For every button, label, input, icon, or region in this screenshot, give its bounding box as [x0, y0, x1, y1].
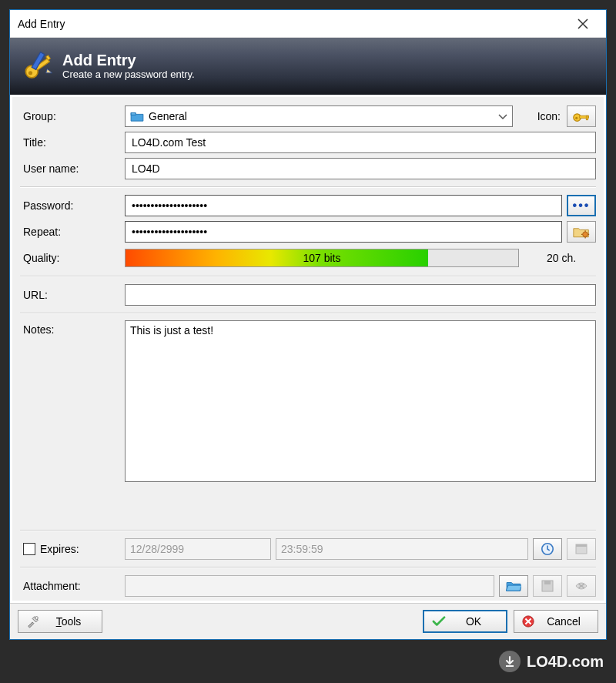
attachment-browse-button[interactable] — [499, 575, 528, 597]
separator-2 — [20, 273, 596, 280]
label-url: URL: — [20, 289, 120, 301]
row-quality: Quality: 107 bits 20 ch. — [20, 246, 596, 270]
separator-5 — [20, 564, 596, 571]
svg-rect-10 — [586, 116, 588, 120]
toggle-password-visibility-button[interactable]: ••• — [567, 195, 596, 216]
label-group: Group: — [20, 110, 120, 122]
disk-icon — [541, 580, 554, 592]
label-quality: Quality: — [20, 252, 120, 264]
row-url: URL: — [20, 283, 596, 306]
close-icon — [578, 18, 588, 29]
row-username: User name: — [20, 157, 596, 180]
key-icon — [573, 110, 590, 122]
row-repeat: Repeat: — [20, 220, 596, 243]
key-gear-icon — [573, 225, 590, 239]
close-button[interactable] — [567, 13, 598, 35]
separator-1 — [20, 183, 596, 191]
window-title: Add Entry — [18, 18, 567, 30]
notes-field[interactable] — [125, 320, 596, 482]
row-group: Group: General Icon: — [20, 105, 596, 128]
svg-rect-19 — [506, 665, 514, 667]
title-field[interactable] — [125, 132, 596, 153]
watermark: LO4D.com — [499, 651, 604, 672]
cancel-label: Cancel — [541, 615, 587, 628]
attachment-remove-button — [567, 575, 596, 597]
label-notes: Notes: — [20, 320, 120, 336]
label-username: User name: — [20, 162, 120, 175]
password-input[interactable] — [130, 199, 557, 213]
ok-label: OK — [452, 615, 495, 628]
row-expires: Expires: 12/28/2999 23:59:59 — [20, 537, 596, 561]
tools-label: Tools — [46, 615, 91, 628]
group-value: General — [149, 110, 187, 122]
cancel-button[interactable]: Cancel — [514, 610, 598, 633]
dots-icon: ••• — [573, 199, 591, 212]
svg-point-1 — [28, 71, 32, 75]
expires-clock-button[interactable] — [533, 538, 562, 560]
repeat-input[interactable] — [130, 225, 557, 239]
username-input[interactable] — [130, 162, 591, 176]
folder-icon — [130, 111, 144, 122]
url-input[interactable] — [130, 288, 591, 302]
expires-extra-button — [567, 538, 596, 560]
expires-time-field[interactable]: 23:59:59 — [276, 538, 528, 560]
password-field[interactable] — [125, 195, 562, 216]
label-expires: Expires: — [40, 543, 79, 555]
header-subtitle: Create a new password entry. — [62, 69, 195, 82]
tools-icon — [26, 614, 40, 628]
quality-bits: 107 bits — [126, 249, 518, 266]
watermark-text: LO4D.com — [527, 653, 604, 671]
cancel-icon — [522, 615, 534, 628]
repeat-field[interactable] — [125, 221, 562, 243]
quality-bar: 107 bits — [125, 249, 519, 267]
row-attachment: Attachment: — [20, 574, 596, 598]
svg-point-11 — [583, 232, 588, 237]
group-combobox[interactable]: General — [125, 105, 513, 127]
header-band: Add Entry Create a new password entry. — [10, 38, 606, 95]
expires-checkbox[interactable] — [23, 543, 35, 555]
expires-date-value: 12/28/2999 — [130, 543, 184, 555]
row-title: Title: — [20, 131, 596, 154]
expires-date-field[interactable]: 12/28/2999 — [125, 538, 271, 560]
dialog-frame: Add Entry Add Entry Create a new passwor… — [9, 9, 607, 640]
svg-rect-6 — [131, 113, 136, 116]
clock-icon — [541, 542, 554, 556]
svg-marker-5 — [46, 69, 52, 73]
calendar-icon — [575, 543, 588, 555]
attachment-disk-button — [533, 575, 562, 597]
svg-rect-16 — [544, 581, 551, 584]
attachment-field[interactable] — [125, 575, 494, 597]
open-folder-icon — [506, 580, 521, 592]
label-repeat: Repeat: — [20, 226, 120, 238]
label-title: Title: — [20, 136, 120, 149]
form-body: Group: General Icon: Title: User name: — [12, 96, 604, 601]
expires-time-value: 23:59:59 — [281, 543, 323, 555]
icon-picker-button[interactable] — [567, 105, 596, 127]
tools-button[interactable]: Tools — [18, 610, 102, 633]
dialog-footer: Tools OK Cancel — [10, 603, 606, 639]
title-input[interactable] — [130, 136, 591, 149]
label-password: Password: — [20, 199, 120, 212]
generate-password-button[interactable] — [567, 221, 596, 243]
label-icon: Icon: — [517, 110, 562, 122]
check-icon — [432, 615, 446, 628]
separator-3 — [20, 310, 596, 317]
svg-point-8 — [575, 117, 578, 119]
chevron-down-icon — [497, 110, 509, 122]
label-attachment: Attachment: — [20, 580, 120, 592]
quality-chars: 20 ch. — [527, 252, 596, 264]
separator-4 — [20, 527, 596, 534]
header-title: Add Entry — [62, 52, 195, 69]
label-expires-wrap: Expires: — [20, 543, 120, 555]
url-field[interactable] — [125, 284, 596, 306]
row-notes: Notes: — [20, 320, 596, 524]
username-field[interactable] — [125, 158, 596, 179]
key-pencil-icon — [22, 50, 55, 82]
titlebar: Add Entry — [10, 10, 606, 38]
svg-point-17 — [35, 617, 38, 620]
watermark-arrow-icon — [499, 651, 521, 672]
svg-rect-14 — [576, 544, 587, 547]
remove-icon — [574, 581, 588, 591]
row-password: Password: ••• — [20, 194, 596, 217]
ok-button[interactable]: OK — [423, 610, 507, 633]
